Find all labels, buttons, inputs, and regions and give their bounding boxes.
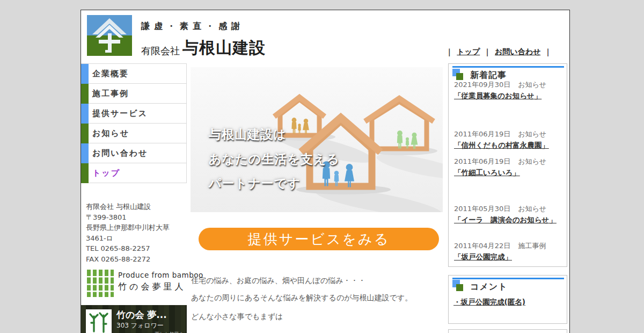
nav-separator: ｜ bbox=[540, 47, 555, 56]
site-page: 謙虚・素直・感謝 有限会社 与根山建設 ｜トップ｜お問い合わせ｜ 企業概要 施工… bbox=[80, 10, 570, 333]
news-category: お知らせ bbox=[518, 130, 546, 138]
news-meta: 2021年09月30日お知らせ bbox=[454, 80, 564, 90]
hero-text-line1: 与根山建設は bbox=[209, 126, 287, 143]
news-item: 2011年06月19日お知らせ 「信州くだもの村富永農園」 bbox=[454, 129, 564, 150]
facebook-followers-count: 303 フォロワー bbox=[116, 321, 164, 330]
address-line1: 長野県上伊那郡中川村大草 bbox=[86, 222, 170, 233]
news-box: 新着記事 2021年09月30日お知らせ 「従業員募集のお知らせ」 2011年0… bbox=[448, 63, 567, 267]
news-link[interactable]: 「従業員募集のお知らせ」 bbox=[454, 91, 541, 101]
news-date: 2011年06月19日 bbox=[454, 130, 510, 138]
news-item: 2011年04月22日施工事例 「坂戸公園完成」 bbox=[454, 241, 564, 262]
address-line2: 3461-ロ bbox=[86, 233, 170, 244]
news-box-title: 新着記事 bbox=[470, 70, 507, 81]
news-meta: 2011年05月30日お知らせ bbox=[454, 204, 564, 214]
address-fax: FAX 0265-88-2272 bbox=[86, 254, 170, 265]
intro-paragraph-1: 住宅の悩み、お庭の悩み、畑や田んぼの悩み・・・ bbox=[191, 276, 365, 286]
address-company: 有限会社 与根山建設 bbox=[86, 201, 170, 212]
intro-paragraph-2: あなたの周りにあるそんな悩みを解決するのが与根山建設です。 bbox=[191, 293, 412, 303]
news-date: 2011年06月19日 bbox=[454, 157, 510, 165]
news-item: 2011年05月30日お知らせ 「イーラ 講演会のお知らせ」 bbox=[454, 204, 564, 225]
next-box-partial bbox=[448, 329, 567, 333]
sidebar-item-company-overview[interactable]: 企業概要 bbox=[81, 64, 187, 84]
nav-link-contact[interactable]: お問い合わせ bbox=[495, 47, 540, 56]
nav-separator: ｜ bbox=[480, 47, 495, 56]
news-meta: 2011年06月19日お知らせ bbox=[454, 157, 564, 166]
news-category: 施工事例 bbox=[518, 242, 546, 250]
sidebar-item-top[interactable]: トップ bbox=[81, 163, 187, 183]
company-address: 有限会社 与根山建設 〒399-3801 長野県上伊那郡中川村大草 3461-ロ… bbox=[86, 201, 170, 264]
top-nav: ｜トップ｜お問い合わせ｜ bbox=[442, 47, 555, 57]
nav-separator: ｜ bbox=[442, 47, 457, 56]
sidebar-item-contact[interactable]: お問い合わせ bbox=[81, 143, 187, 163]
company-logo-icon[interactable] bbox=[87, 15, 132, 56]
news-link[interactable]: 「信州くだもの村富永農園」 bbox=[454, 141, 549, 150]
address-tel: TEL 0265-88-2257 bbox=[86, 243, 170, 254]
green-square-icon bbox=[456, 73, 463, 80]
address-postal: 〒399-3801 bbox=[86, 212, 170, 223]
comments-box: コメント ・坂戸公園完成(匿名) bbox=[448, 275, 567, 324]
facebook-cover-caption: 荒れた竹藪を bbox=[155, 331, 184, 333]
sidebar-item-construction-examples[interactable]: 施工事例 bbox=[81, 84, 187, 104]
box-accent-line bbox=[452, 66, 564, 68]
bamboo-brand-link[interactable]: Produce from bamboo 竹の会夢里人 bbox=[85, 269, 203, 298]
nav-link-top[interactable]: トップ bbox=[457, 47, 480, 56]
company-tagline: 謙虚・素直・感謝 bbox=[141, 21, 244, 32]
comments-box-title: コメント bbox=[470, 281, 508, 293]
green-square-icon bbox=[456, 284, 463, 291]
news-category: お知らせ bbox=[518, 81, 546, 89]
sidebar-item-services[interactable]: 提供サービス bbox=[81, 104, 187, 124]
sidebar-item-news[interactable]: お知らせ bbox=[81, 124, 187, 143]
view-services-button[interactable]: 提供サービスをみる bbox=[199, 228, 439, 250]
news-item: 2021年09月30日お知らせ 「従業員募集のお知らせ」 bbox=[454, 80, 564, 101]
bamboo-stamp-icon bbox=[85, 269, 115, 298]
news-date: 2021年09月30日 bbox=[454, 81, 510, 89]
news-category: お知らせ bbox=[518, 205, 546, 213]
news-date: 2011年04月22日 bbox=[454, 242, 510, 250]
facebook-page-widget[interactable]: 竹の会 夢... 303 フォロワー 荒れた竹藪を bbox=[81, 305, 187, 333]
box-accent-line bbox=[452, 278, 564, 279]
news-item: 2011年06月19日お知らせ 「竹細工いろいろ」 bbox=[454, 157, 564, 178]
company-name: 与根山建設 bbox=[182, 38, 266, 57]
comment-link[interactable]: ・坂戸公園完成(匿名) bbox=[453, 298, 525, 307]
hero-text-line2: あなたの生活を支える bbox=[209, 151, 340, 168]
news-link[interactable]: 「竹細工いろいろ」 bbox=[454, 168, 520, 178]
news-link[interactable]: 「坂戸公園完成」 bbox=[454, 252, 512, 262]
sidebar-menu: 企業概要 施工事例 提供サービス お知らせ お問い合わせ トップ bbox=[81, 63, 187, 183]
company-title: 有限会社 与根山建設 bbox=[141, 37, 266, 59]
hero-text-line3: パートナーです bbox=[209, 175, 301, 192]
news-category: お知らせ bbox=[518, 157, 546, 165]
news-link[interactable]: 「イーラ 講演会のお知らせ」 bbox=[454, 215, 557, 225]
intro-paragraph-3: どんな小さな事でもまずは bbox=[191, 312, 283, 322]
facebook-page-title: 竹の会 夢... bbox=[116, 309, 167, 321]
news-meta: 2011年06月19日お知らせ bbox=[454, 129, 564, 139]
hero-banner: 与根山建設は あなたの生活を支える パートナーです bbox=[191, 67, 443, 212]
company-prefix: 有限会社 bbox=[141, 45, 180, 56]
news-meta: 2011年04月22日施工事例 bbox=[454, 241, 564, 251]
news-date: 2011年05月30日 bbox=[454, 205, 510, 213]
facebook-avatar-bamboo-icon bbox=[86, 309, 112, 333]
